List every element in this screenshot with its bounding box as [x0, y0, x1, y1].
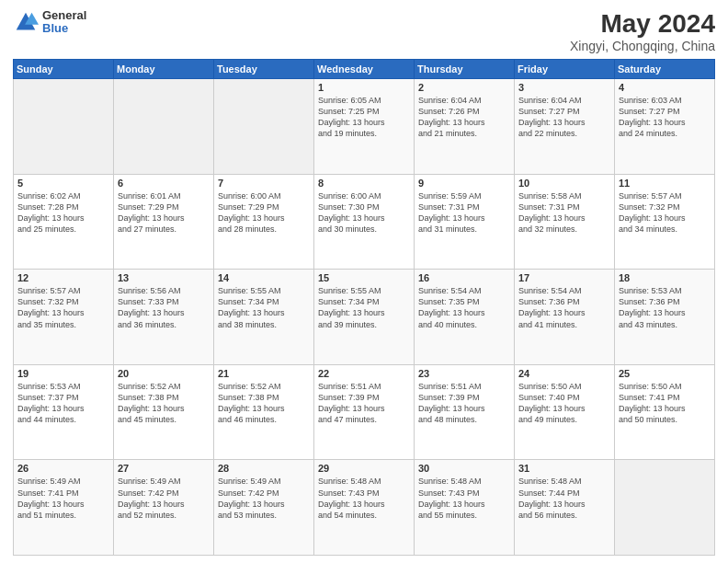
day-number: 16 — [418, 272, 510, 283]
day-number: 28 — [218, 463, 310, 474]
title-block: May 2024 Xingyi, Chongqing, China — [570, 9, 715, 53]
day-number: 27 — [118, 463, 210, 474]
day-cell-19: 19Sunrise: 5:53 AMSunset: 7:37 PMDayligh… — [14, 364, 114, 460]
day-number: 10 — [518, 178, 610, 189]
cell-text: Sunrise: 5:49 AMSunset: 7:42 PMDaylight:… — [118, 476, 210, 521]
day-number: 9 — [418, 178, 510, 189]
cell-text: Sunrise: 6:05 AMSunset: 7:25 PMDaylight:… — [318, 95, 410, 140]
day-number: 3 — [518, 82, 610, 93]
day-cell-23: 23Sunrise: 5:51 AMSunset: 7:39 PMDayligh… — [415, 364, 515, 460]
empty-cell — [615, 460, 715, 556]
day-header-saturday: Saturday — [615, 60, 715, 79]
day-number: 7 — [218, 178, 310, 189]
day-header-sunday: Sunday — [14, 60, 114, 79]
day-header-wednesday: Wednesday — [314, 60, 415, 79]
week-row-4: 19Sunrise: 5:53 AMSunset: 7:37 PMDayligh… — [14, 364, 715, 460]
cell-text: Sunrise: 5:57 AMSunset: 7:32 PMDaylight:… — [619, 190, 711, 236]
cell-text: Sunrise: 5:50 AMSunset: 7:40 PMDaylight:… — [518, 381, 610, 426]
cell-text: Sunrise: 5:53 AMSunset: 7:36 PMDaylight:… — [619, 285, 711, 330]
day-number: 20 — [118, 368, 210, 379]
day-number: 4 — [619, 82, 711, 93]
cell-text: Sunrise: 6:01 AMSunset: 7:29 PMDaylight:… — [118, 190, 210, 236]
day-number: 5 — [17, 178, 109, 189]
page: General Blue May 2024 Xingyi, Chongqing,… — [0, 0, 728, 563]
week-row-2: 5Sunrise: 6:02 AMSunset: 7:28 PMDaylight… — [14, 174, 715, 270]
cell-text: Sunrise: 5:56 AMSunset: 7:33 PMDaylight:… — [118, 285, 210, 330]
day-cell-13: 13Sunrise: 5:56 AMSunset: 7:33 PMDayligh… — [114, 270, 214, 365]
cell-text: Sunrise: 6:02 AMSunset: 7:28 PMDaylight:… — [17, 190, 109, 236]
day-cell-14: 14Sunrise: 5:55 AMSunset: 7:34 PMDayligh… — [214, 270, 314, 365]
day-number: 24 — [518, 368, 610, 379]
logo-general: General — [42, 9, 86, 22]
day-number: 17 — [518, 272, 610, 283]
cell-text: Sunrise: 5:51 AMSunset: 7:39 PMDaylight:… — [418, 381, 510, 426]
cell-text: Sunrise: 5:59 AMSunset: 7:31 PMDaylight:… — [418, 190, 510, 236]
cell-text: Sunrise: 5:48 AMSunset: 7:44 PMDaylight:… — [518, 476, 610, 521]
day-number: 13 — [118, 272, 210, 283]
day-cell-15: 15Sunrise: 5:55 AMSunset: 7:34 PMDayligh… — [314, 270, 415, 365]
subtitle: Xingyi, Chongqing, China — [570, 39, 715, 53]
cell-text: Sunrise: 5:55 AMSunset: 7:34 PMDaylight:… — [318, 285, 410, 330]
day-cell-3: 3Sunrise: 6:04 AMSunset: 7:27 PMDaylight… — [515, 79, 615, 175]
day-cell-24: 24Sunrise: 5:50 AMSunset: 7:40 PMDayligh… — [515, 364, 615, 460]
day-cell-10: 10Sunrise: 5:58 AMSunset: 7:31 PMDayligh… — [515, 174, 615, 270]
header-row: SundayMondayTuesdayWednesdayThursdayFrid… — [14, 60, 715, 79]
day-header-thursday: Thursday — [415, 60, 515, 79]
day-number: 18 — [619, 272, 711, 283]
logo: General Blue — [13, 9, 86, 36]
empty-cell — [214, 79, 314, 175]
day-number: 11 — [619, 178, 711, 189]
day-number: 6 — [118, 178, 210, 189]
day-cell-28: 28Sunrise: 5:49 AMSunset: 7:42 PMDayligh… — [214, 460, 314, 556]
day-cell-29: 29Sunrise: 5:48 AMSunset: 7:43 PMDayligh… — [314, 460, 415, 556]
cell-text: Sunrise: 5:54 AMSunset: 7:35 PMDaylight:… — [418, 285, 510, 330]
cell-text: Sunrise: 6:04 AMSunset: 7:27 PMDaylight:… — [518, 95, 610, 140]
cell-text: Sunrise: 5:55 AMSunset: 7:34 PMDaylight:… — [218, 285, 310, 330]
day-header-friday: Friday — [515, 60, 615, 79]
day-cell-9: 9Sunrise: 5:59 AMSunset: 7:31 PMDaylight… — [415, 174, 515, 270]
cell-text: Sunrise: 5:50 AMSunset: 7:41 PMDaylight:… — [619, 381, 711, 426]
cell-text: Sunrise: 5:52 AMSunset: 7:38 PMDaylight:… — [218, 381, 310, 426]
day-number: 30 — [418, 463, 510, 474]
day-cell-27: 27Sunrise: 5:49 AMSunset: 7:42 PMDayligh… — [114, 460, 214, 556]
empty-cell — [114, 79, 214, 175]
day-cell-26: 26Sunrise: 5:49 AMSunset: 7:41 PMDayligh… — [14, 460, 114, 556]
week-row-5: 26Sunrise: 5:49 AMSunset: 7:41 PMDayligh… — [14, 460, 715, 556]
day-cell-5: 5Sunrise: 6:02 AMSunset: 7:28 PMDaylight… — [14, 174, 114, 270]
day-cell-17: 17Sunrise: 5:54 AMSunset: 7:36 PMDayligh… — [515, 270, 615, 365]
day-number: 26 — [17, 463, 109, 474]
day-cell-18: 18Sunrise: 5:53 AMSunset: 7:36 PMDayligh… — [615, 270, 715, 365]
cell-text: Sunrise: 5:49 AMSunset: 7:42 PMDaylight:… — [218, 476, 310, 521]
week-row-3: 12Sunrise: 5:57 AMSunset: 7:32 PMDayligh… — [14, 270, 715, 365]
day-cell-1: 1Sunrise: 6:05 AMSunset: 7:25 PMDaylight… — [314, 79, 415, 175]
day-cell-6: 6Sunrise: 6:01 AMSunset: 7:29 PMDaylight… — [114, 174, 214, 270]
cell-text: Sunrise: 5:51 AMSunset: 7:39 PMDaylight:… — [318, 381, 410, 426]
main-title: May 2024 — [570, 9, 715, 39]
day-cell-2: 2Sunrise: 6:04 AMSunset: 7:26 PMDaylight… — [415, 79, 515, 175]
day-number: 8 — [318, 178, 410, 189]
day-header-tuesday: Tuesday — [214, 60, 314, 79]
day-cell-11: 11Sunrise: 5:57 AMSunset: 7:32 PMDayligh… — [615, 174, 715, 270]
cell-text: Sunrise: 5:57 AMSunset: 7:32 PMDaylight:… — [17, 285, 109, 330]
day-number: 22 — [318, 368, 410, 379]
empty-cell — [14, 79, 114, 175]
cell-text: Sunrise: 5:58 AMSunset: 7:31 PMDaylight:… — [518, 190, 610, 236]
cell-text: Sunrise: 6:00 AMSunset: 7:29 PMDaylight:… — [218, 190, 310, 236]
day-header-monday: Monday — [114, 60, 214, 79]
cell-text: Sunrise: 5:49 AMSunset: 7:41 PMDaylight:… — [17, 476, 109, 521]
day-cell-8: 8Sunrise: 6:00 AMSunset: 7:30 PMDaylight… — [314, 174, 415, 270]
day-cell-21: 21Sunrise: 5:52 AMSunset: 7:38 PMDayligh… — [214, 364, 314, 460]
day-cell-30: 30Sunrise: 5:48 AMSunset: 7:43 PMDayligh… — [415, 460, 515, 556]
day-number: 15 — [318, 272, 410, 283]
day-cell-7: 7Sunrise: 6:00 AMSunset: 7:29 PMDaylight… — [214, 174, 314, 270]
cell-text: Sunrise: 6:03 AMSunset: 7:27 PMDaylight:… — [619, 95, 711, 140]
day-cell-22: 22Sunrise: 5:51 AMSunset: 7:39 PMDayligh… — [314, 364, 415, 460]
day-cell-4: 4Sunrise: 6:03 AMSunset: 7:27 PMDaylight… — [615, 79, 715, 175]
logo-text: General Blue — [42, 9, 86, 36]
day-cell-20: 20Sunrise: 5:52 AMSunset: 7:38 PMDayligh… — [114, 364, 214, 460]
cell-text: Sunrise: 5:48 AMSunset: 7:43 PMDaylight:… — [418, 476, 510, 521]
day-number: 19 — [17, 368, 109, 379]
day-cell-25: 25Sunrise: 5:50 AMSunset: 7:41 PMDayligh… — [615, 364, 715, 460]
day-number: 2 — [418, 82, 510, 93]
day-number: 14 — [218, 272, 310, 283]
